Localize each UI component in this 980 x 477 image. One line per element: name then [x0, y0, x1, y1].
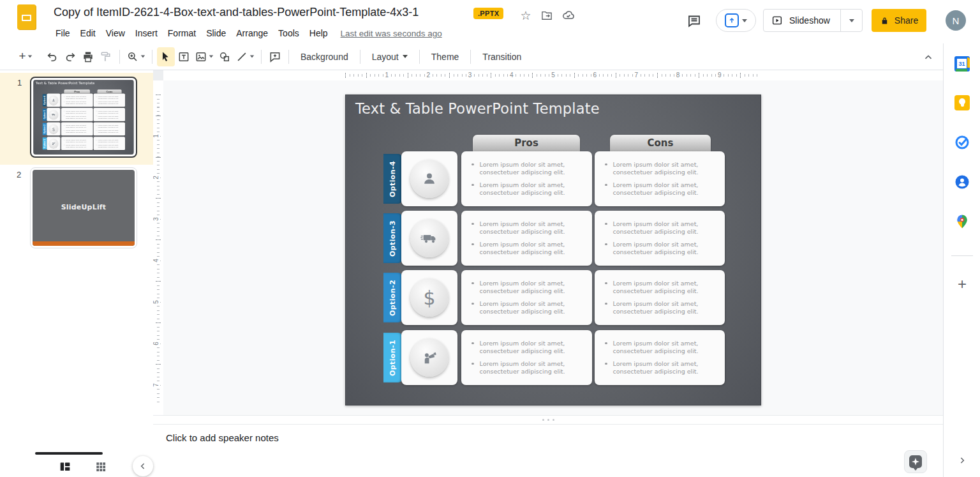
pros-text-box[interactable]: Lorem ipsum dolor sit amet, consectetuer… — [461, 330, 592, 385]
pros-text-box[interactable]: Lorem ipsum dolor sit amet, consectetuer… — [461, 270, 592, 325]
vertical-ruler[interactable]: 1234567 — [153, 80, 163, 415]
ruler-tick-label: 8 — [675, 71, 681, 80]
google-slides-app: Copy of ItemID-2621-4-Box-text-and-table… — [0, 0, 980, 477]
speaker-notes-input[interactable]: Click to add speaker notes — [166, 432, 279, 443]
hide-menus-button[interactable] — [920, 49, 937, 66]
menu-help[interactable]: Help — [304, 26, 333, 41]
cons-text-box[interactable]: Lorem ipsum dolor sit amet, consectetuer… — [595, 270, 725, 325]
new-slide-button[interactable]: + — [17, 47, 34, 66]
option-icon-box[interactable] — [401, 211, 457, 266]
slide-thumbnail-2[interactable]: SlideUpLift — [30, 167, 137, 248]
cons-text-box[interactable]: Lorem ipsum dolor sit amet, consectetuer… — [595, 151, 725, 206]
transition-button[interactable]: Transition — [475, 47, 528, 66]
get-addons-button[interactable]: + — [954, 276, 970, 292]
insert-shape-button[interactable] — [216, 47, 234, 66]
background-button[interactable]: Background — [293, 47, 355, 66]
top-bar: Copy of ItemID-2621-4-Box-text-and-table… — [0, 0, 980, 43]
insert-image-button[interactable] — [193, 47, 216, 66]
show-side-panel-button[interactable] — [955, 453, 969, 467]
option-tab[interactable]: Option-3 — [383, 213, 402, 263]
explore-button[interactable] — [904, 450, 927, 473]
pros-text-box[interactable]: Lorem ipsum dolor sit amet, consectetuer… — [461, 211, 592, 266]
share-button[interactable]: Share — [872, 9, 926, 32]
cons-column-header[interactable]: Cons — [610, 135, 711, 151]
slideshow-options-button[interactable] — [840, 10, 862, 31]
text-box-button[interactable] — [175, 47, 193, 66]
menu-edit[interactable]: Edit — [75, 26, 101, 41]
bullet-item: Lorem ipsum dolor sit amet, consectetuer… — [605, 161, 717, 177]
move-button[interactable] — [540, 8, 554, 22]
slide-title[interactable]: Text & Table PowerPoint Template — [355, 100, 600, 117]
print-button[interactable] — [79, 47, 97, 66]
option-tab[interactable]: Option-4 — [383, 154, 402, 204]
slideshow-button[interactable]: Slideshow — [763, 9, 863, 32]
filmstrip-view-button[interactable] — [56, 458, 74, 476]
menu-view[interactable]: View — [101, 26, 130, 41]
ruler-tick-label: 6 — [591, 71, 598, 80]
slideshow-main[interactable]: Slideshow — [764, 10, 840, 31]
option-icon-box[interactable]: $ — [401, 270, 457, 325]
keep-app-button[interactable] — [954, 95, 970, 110]
slides-logo-icon[interactable] — [17, 4, 36, 29]
document-title[interactable]: Copy of ItemID-2621-4-Box-text-and-table… — [54, 6, 419, 19]
document-status-button[interactable] — [561, 8, 575, 22]
cons-text-box[interactable]: Lorem ipsum dolor sit amet, consectetuer… — [595, 211, 725, 266]
option-icon-box[interactable] — [401, 151, 457, 206]
option-tab[interactable]: Option-2 — [383, 273, 402, 322]
filmstrip-view-icon — [58, 460, 72, 474]
menu-insert[interactable]: Insert — [130, 26, 163, 41]
menu-slide[interactable]: Slide — [201, 26, 231, 41]
comment-history-button[interactable] — [685, 12, 703, 30]
notes-resize-handle[interactable] — [153, 415, 943, 425]
contacts-app-button[interactable] — [954, 174, 970, 190]
bullet-dot — [605, 303, 607, 305]
menu-format[interactable]: Format — [163, 26, 201, 41]
slide-1-number: 1 — [17, 78, 22, 87]
tasks-app-button[interactable] — [954, 135, 970, 150]
google-calendar-icon: 31 — [954, 56, 970, 72]
bullet-dot — [96, 111, 96, 112]
account-avatar[interactable]: N — [946, 10, 966, 31]
bullet-item: Lorem ipsum dolor sit amet, consectetuer… — [605, 220, 717, 236]
menu-tools[interactable]: Tools — [273, 26, 304, 41]
share-label: Share — [895, 15, 918, 26]
ruler-tick-label: 5 — [550, 71, 556, 80]
bullet-dot — [471, 303, 474, 305]
select-tool-button[interactable] — [157, 47, 175, 66]
pros-column-header[interactable]: Pros — [473, 135, 580, 151]
menu-arrange[interactable]: Arrange — [231, 26, 273, 41]
calendar-app-button[interactable]: 31 — [954, 56, 970, 72]
pros-text-box[interactable]: Lorem ipsum dolor sit amet, consectetuer… — [461, 151, 592, 206]
undo-button[interactable] — [43, 47, 61, 66]
redo-button[interactable] — [61, 47, 79, 66]
bullet-text: Lorem ipsum dolor sit amet, consectetuer… — [66, 110, 91, 114]
present-button[interactable] — [716, 9, 756, 32]
insert-comment-button[interactable] — [266, 47, 284, 66]
slide-2-accent-bar — [33, 241, 135, 246]
maps-app-button[interactable] — [954, 214, 970, 229]
option-icon-box[interactable] — [401, 330, 457, 385]
insert-line-button[interactable] — [234, 47, 256, 66]
theme-button[interactable]: Theme — [424, 47, 466, 66]
bullet-item: Lorem ipsum dolor sit amet, consectetuer… — [64, 125, 91, 128]
menu-file[interactable]: File — [50, 26, 75, 41]
google-keep-icon — [954, 95, 970, 110]
star-button[interactable]: ☆ — [519, 8, 533, 22]
option-tab[interactable]: Option-1 — [383, 333, 402, 382]
collapse-filmstrip-button[interactable] — [133, 456, 153, 476]
last-edit-link[interactable]: Last edit was seconds ago — [341, 29, 442, 38]
slide-canvas[interactable]: Text & Table PowerPoint Template Pros Co… — [345, 95, 761, 405]
cons-text-box: Lorem ipsum dolor sit amet, consectetuer… — [94, 137, 125, 150]
bullet-text: Lorem ipsum dolor sit amet, consectetuer… — [66, 101, 91, 105]
bullet-text: Lorem ipsum dolor sit amet, consectetuer… — [98, 144, 124, 148]
layout-button[interactable]: Layout — [365, 47, 415, 66]
paint-format-button[interactable] — [97, 47, 115, 66]
grid-view-button[interactable] — [92, 458, 110, 476]
zoom-button[interactable] — [124, 47, 147, 66]
cons-text-box[interactable]: Lorem ipsum dolor sit amet, consectetuer… — [595, 330, 725, 385]
slide-thumbnail-1[interactable]: Text & Table PowerPoint Template Pros Co… — [30, 77, 137, 158]
present-up-arrow-icon — [725, 13, 739, 27]
filmstrip-footer — [0, 453, 153, 477]
horizontal-ruler[interactable]: 123456789 — [163, 70, 943, 80]
line-icon — [235, 50, 248, 63]
